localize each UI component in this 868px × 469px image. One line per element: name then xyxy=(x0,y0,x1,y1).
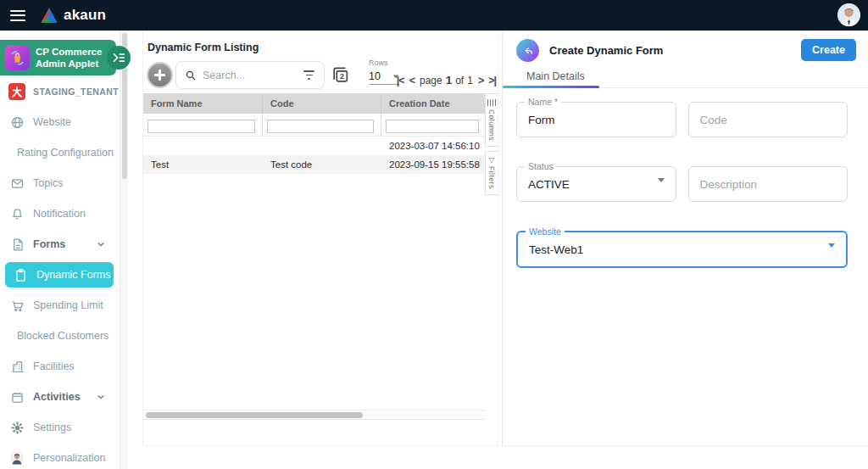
caret-down-icon xyxy=(658,182,665,198)
sidebar-item-personalization[interactable]: Personalization xyxy=(8,449,120,466)
create-panel: Create Dynamic Form Create Main Details … xyxy=(502,31,868,446)
name-field-label: Name * xyxy=(525,97,561,107)
sidebar-item-label: Activities xyxy=(33,391,81,403)
cell-creation-date: 2023-03-07 14:56:10 xyxy=(381,141,486,151)
website-field[interactable]: Website Test-Web1 xyxy=(516,231,848,268)
last-page-button[interactable]: >| xyxy=(488,75,496,87)
sidebar-collapse-button[interactable] xyxy=(107,46,131,70)
table-side-tabs: Columns ▽ Filters xyxy=(485,93,498,199)
table-row[interactable]: Test Test code 2023-09-15 19:55:58 xyxy=(143,155,486,174)
topbar: akaun xyxy=(0,0,868,31)
filter-form-name-input[interactable] xyxy=(147,120,255,133)
filters-tab[interactable]: ▽ Filters xyxy=(485,151,498,195)
tenant-icon xyxy=(8,83,25,100)
sidebar-item-label: Blocked Customers xyxy=(17,330,108,342)
sidebar-item-label: Forms xyxy=(33,238,65,250)
building-icon xyxy=(8,358,25,375)
next-page-button[interactable]: > xyxy=(478,75,483,87)
applet-header[interactable]: CP Commerce Admin Applet xyxy=(0,40,116,75)
first-page-button[interactable]: |< xyxy=(397,75,404,87)
tab-main-details[interactable]: Main Details xyxy=(526,70,585,82)
rows-select[interactable]: 10 xyxy=(369,67,399,85)
sidebar-item-forms[interactable]: Forms xyxy=(8,236,120,253)
sidebar-item-label: Topics xyxy=(33,177,63,189)
sidebar-item-blocked-customers[interactable]: Blocked Customers xyxy=(8,327,120,344)
chevron-down-icon[interactable] xyxy=(96,393,106,401)
akaun-triangle-icon xyxy=(40,7,58,24)
filter-code-input[interactable] xyxy=(267,120,374,133)
sidebar-item-settings[interactable]: Settings xyxy=(8,419,120,436)
page-word: page xyxy=(420,75,442,87)
description-field[interactable] xyxy=(688,166,849,202)
calendar-icon xyxy=(8,388,25,405)
sidebar-scrollbar[interactable] xyxy=(120,31,128,469)
columns-tab[interactable]: Columns xyxy=(485,93,498,147)
tabbar: Main Details xyxy=(503,70,868,88)
filter-icon[interactable] xyxy=(303,70,315,79)
filters-tab-label: Filters xyxy=(487,166,496,189)
column-header-creation-date[interactable]: Creation Date xyxy=(381,93,486,114)
sidebar-item-label: Rating Configuration xyxy=(17,147,114,159)
brand-logo[interactable]: akaun xyxy=(40,7,106,24)
sidebar-item-notification[interactable]: Notification xyxy=(8,205,120,222)
sidebar-item-label: Website xyxy=(33,116,71,128)
table-filter-row xyxy=(143,114,486,137)
rows-value: 10 xyxy=(369,70,381,82)
cell-code: Test code xyxy=(263,159,381,170)
name-field[interactable]: Name * xyxy=(516,102,676,137)
sidebar-item-activities[interactable]: Activities xyxy=(8,388,120,405)
sidebar-item-facilities[interactable]: Facilities xyxy=(8,358,120,375)
sidebar-item-website[interactable]: Website xyxy=(8,114,120,131)
sidebar-item-dynamic-forms[interactable]: Dynamic Forms xyxy=(5,262,114,288)
sidebar-item-staging-tenant[interactable]: STAGING_TENANT xyxy=(8,83,120,100)
collapse-chevron-icon xyxy=(111,50,126,65)
table-header-row: Form Name Code Creation Date xyxy=(143,93,486,114)
horizontal-scrollbar-thumb[interactable] xyxy=(146,412,363,418)
status-value: ACTIVE xyxy=(528,178,570,191)
avatar-photo-icon xyxy=(837,3,860,26)
column-header-code[interactable]: Code xyxy=(263,93,381,114)
applet-title-line1: CP Commerce xyxy=(36,46,102,58)
caret-down-icon xyxy=(828,248,835,263)
cell-creation-date: 2023-09-15 19:55:58 xyxy=(381,159,486,170)
applet-title: CP Commerce Admin Applet xyxy=(36,46,102,70)
user-avatar[interactable] xyxy=(837,3,860,26)
create-panel-title: Create Dynamic Form xyxy=(549,44,663,57)
code-field[interactable] xyxy=(688,102,849,137)
sidebar-item-spending-limit[interactable]: Spending Limit xyxy=(8,297,120,314)
back-button[interactable] xyxy=(516,39,539,62)
funnel-icon: ▽ xyxy=(489,157,494,164)
prev-page-button[interactable]: < xyxy=(409,75,415,87)
search-icon xyxy=(185,70,197,81)
applet-title-line2: Admin Applet xyxy=(36,58,102,70)
create-button[interactable]: Create xyxy=(801,39,856,61)
status-field-label: Status xyxy=(525,161,557,171)
column-header-form-name[interactable]: Form Name xyxy=(143,93,263,114)
copy-pages-icon[interactable]: 2 xyxy=(331,65,350,85)
status-field[interactable]: Status ACTIVE xyxy=(516,166,676,202)
table-row[interactable]: 2023-03-07 14:56:10 xyxy=(143,137,486,155)
website-field-label: Website xyxy=(526,226,565,237)
filter-creation-date-input[interactable] xyxy=(386,120,479,133)
chevron-down-icon[interactable] xyxy=(96,240,106,248)
sidebar-item-topics[interactable]: Topics xyxy=(8,175,120,192)
clipboard-icon xyxy=(12,266,29,283)
name-input[interactable] xyxy=(528,114,665,126)
cell-form-name: Test xyxy=(143,159,263,170)
code-input[interactable] xyxy=(700,114,837,126)
document-icon xyxy=(8,236,25,253)
sidebar-item-label: Personalization xyxy=(33,452,105,464)
horizontal-scrollbar[interactable] xyxy=(143,410,486,419)
sidebar-item-rating-configuration[interactable]: Rating Configuration xyxy=(8,144,120,161)
description-input[interactable] xyxy=(700,178,837,191)
menu-icon[interactable] xyxy=(10,7,25,24)
sidebar-item-label: Settings xyxy=(33,422,71,433)
search-input[interactable] xyxy=(203,70,303,81)
brand-name: akaun xyxy=(64,7,106,24)
sidebar-nav: STAGING_TENANT Website Rating Configurat… xyxy=(0,83,120,469)
current-page: 1 xyxy=(446,74,453,87)
pagination: |< < page 1 of 1 > >| xyxy=(397,74,496,87)
back-arrow-icon xyxy=(522,45,534,57)
cp-commerce-applet-icon xyxy=(4,45,30,70)
add-form-button[interactable] xyxy=(147,62,173,88)
